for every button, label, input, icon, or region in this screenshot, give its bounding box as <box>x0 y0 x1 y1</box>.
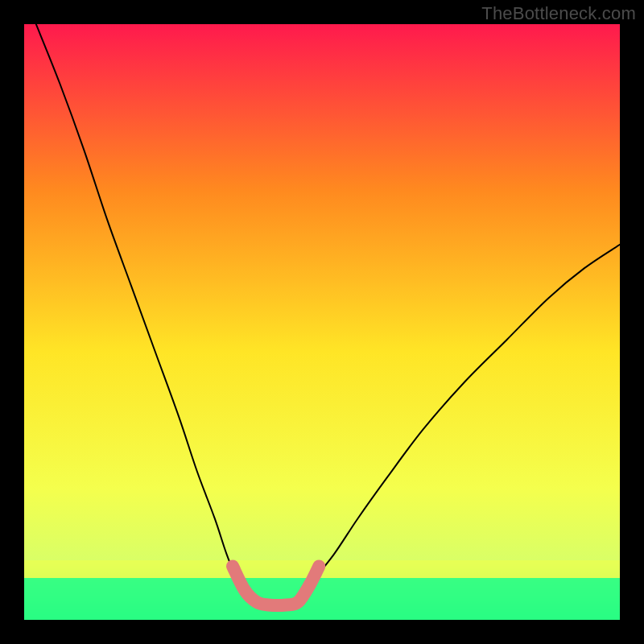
gradient-background <box>24 24 620 620</box>
chart-frame: TheBottleneck.com <box>0 0 644 644</box>
plot-svg <box>24 24 620 620</box>
green-band <box>24 578 620 620</box>
plot-area <box>24 24 620 620</box>
watermark-text: TheBottleneck.com <box>481 3 636 24</box>
